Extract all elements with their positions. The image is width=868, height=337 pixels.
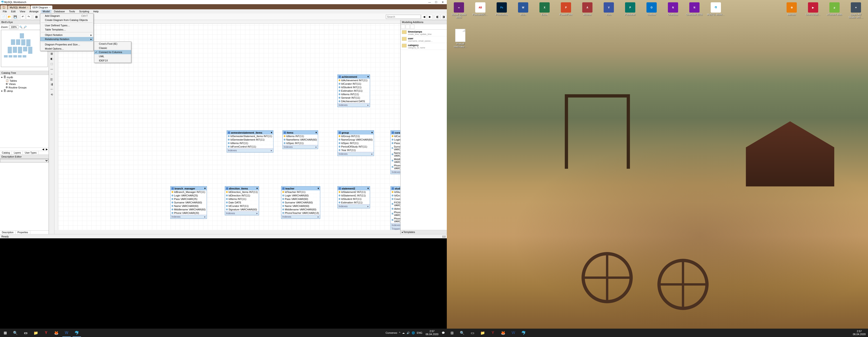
titlebar[interactable]: 🐬 MySQL Workbench — ☐ ✕: [0, 0, 447, 4]
column-row[interactable]: Adres VARCHAR(60): [391, 207, 400, 211]
scroll-right[interactable]: ▶: [45, 148, 49, 151]
column-row[interactable]: IdItems INT(11): [227, 142, 273, 145]
search-next-button[interactable]: ▶: [427, 14, 432, 19]
column-row[interactable]: PeriodOfStudy INT(11): [338, 145, 374, 149]
column-row[interactable]: Course INT(11): [391, 197, 400, 201]
tray-network-icon[interactable]: 🌐: [412, 331, 415, 334]
ma-btn-1[interactable]: [401, 25, 405, 29]
column-row[interactable]: NameGroup VARCHAR(60): [338, 138, 374, 142]
vtool-6[interactable]: ▥: [49, 51, 54, 56]
column-row[interactable]: Login VARCHAR(60): [281, 194, 320, 197]
tab-mysql-model[interactable]: MySQL Model×: [8, 6, 30, 9]
taskbar-workbench[interactable]: 🐬: [519, 329, 529, 337]
entity-section[interactable]: Indexes▸: [391, 170, 400, 174]
column-row[interactable]: DAchievement DATE: [338, 100, 370, 103]
maximize-button[interactable]: ☐: [433, 1, 439, 4]
clock[interactable]: 2:57 06.04.2020: [850, 330, 868, 336]
vtool-8[interactable]: ⬚: [49, 61, 54, 66]
tab-catalog[interactable]: Catalog: [0, 151, 12, 155]
column-row[interactable]: Estimation INT(11): [338, 201, 370, 204]
menu-item[interactable]: Table Templates…: [40, 27, 93, 32]
system-tray[interactable]: Солнечно ^ ☁ 🔊 🌐 ENG 2:57 06.04.2020 💬: [384, 330, 447, 336]
tree-tables[interactable]: 📋 Tables: [0, 79, 48, 82]
desktop-icon-ummyvide-[interactable]: ▶UmmyVide…: [803, 1, 823, 20]
desktop-icon-photoshop[interactable]: PsPhotoshop: [492, 1, 512, 20]
desktop-icon-onenote-2016[interactable]: NOneNote 2016: [684, 1, 705, 20]
column-row[interactable]: IdStudent INT(11): [338, 86, 370, 89]
column-row[interactable]: Signature VARCHAR(60): [225, 208, 259, 211]
column-row[interactable]: IdStudent INT(11): [391, 190, 400, 194]
column-row[interactable]: Pass VARCHAR(25): [170, 197, 207, 201]
menu-item[interactable]: Object Notation▸: [40, 33, 93, 37]
desktop-icon-visual-studio-2015[interactable]: ∞Visual Studio 2015: [449, 1, 469, 20]
entity-group[interactable]: group▾IdGroup INT(11)NameGroup VARCHAR(6…: [337, 130, 374, 156]
clock[interactable]: 2:57 06.04.2020: [424, 330, 440, 336]
submenu-item[interactable]: Classic: [94, 46, 131, 50]
taskbar-workbench[interactable]: 🐬: [72, 329, 82, 337]
tree-routines[interactable]: ⚙ Routine Groups: [0, 86, 48, 89]
column-row[interactable]: NameCurator VARCHAR(60): [391, 151, 400, 158]
tray-lang[interactable]: ENG: [417, 331, 422, 334]
menu-database[interactable]: Database: [52, 10, 67, 13]
menu-item[interactable]: Relationship Notation▸: [40, 37, 93, 41]
desktop-icon-blender[interactable]: ⚙blender: [781, 1, 802, 20]
taskbar-yandex[interactable]: Y: [41, 329, 51, 337]
close-icon[interactable]: ×: [49, 6, 51, 9]
column-row[interactable]: PhoneCurator VARCHAR(20): [391, 164, 400, 170]
undo-button[interactable]: ↶: [20, 14, 25, 19]
menu-model[interactable]: Model: [41, 10, 52, 13]
taskbar-search[interactable]: 🔍: [10, 329, 21, 337]
redo-button[interactable]: ↷: [26, 14, 31, 19]
ma-btn-2[interactable]: [406, 25, 410, 29]
column-row[interactable]: IdSpec INT(11): [338, 142, 374, 145]
column-row[interactable]: Login VARCHAR(25): [170, 194, 207, 197]
taskbar-word[interactable]: W: [508, 329, 519, 337]
column-row[interactable]: IdSemesterStatement_Items INT(11): [227, 134, 273, 138]
column-row[interactable]: IdSpec INT(11): [283, 142, 318, 145]
column-row[interactable]: Name VARCHAR(60): [281, 204, 320, 208]
search-input[interactable]: [386, 15, 421, 19]
column-row[interactable]: IdGroup INT(11): [338, 134, 374, 138]
column-row[interactable]: Year INT(11): [338, 149, 374, 152]
entity-section[interactable]: Indexes▸: [281, 215, 320, 218]
entity-section[interactable]: Indexes▸: [170, 215, 207, 218]
panel-toggle-1[interactable]: ◧: [435, 14, 440, 19]
entity-section[interactable]: Indexes▸: [283, 145, 318, 149]
model-menu-dropdown[interactable]: Add DiagramCtrl+TCreate Diagram from Cat…: [40, 13, 94, 51]
menu-arrange[interactable]: Arrange: [27, 10, 40, 13]
open-button[interactable]: 📂: [7, 14, 12, 19]
vtool-7[interactable]: ◧: [49, 56, 54, 61]
collapse-icon[interactable]: ▾: [204, 187, 206, 190]
column-row[interactable]: IdBranch_Manager INT(11): [170, 190, 207, 194]
desktop-file[interactable]: Новый текстовы…: [452, 29, 469, 48]
column-row[interactable]: SurnameCurator VARCHAR(60): [391, 145, 400, 151]
desktop-icon-outlook[interactable]: OOutlook: [641, 1, 662, 20]
entity-section[interactable]: Triggers▸: [391, 227, 400, 230]
column-row[interactable]: IdDirection_Items INT(11): [225, 190, 259, 194]
column-row[interactable]: Login VARCHAR(60): [391, 138, 400, 142]
column-row[interactable]: IdAchievement INT(11): [338, 79, 370, 82]
tray-cloud-icon[interactable]: ☁: [402, 331, 405, 334]
entity-section[interactable]: Indexes▸: [338, 103, 370, 107]
template-category[interactable]: categorycategory_id, name: [401, 43, 447, 50]
column-row[interactable]: IdCurator INT(11): [338, 82, 370, 86]
submenu-item[interactable]: ✓Connect to Columns: [94, 50, 131, 54]
column-row[interactable]: IdFormControl INT(11): [227, 145, 273, 149]
tray-volume-icon[interactable]: 🔊: [407, 331, 410, 334]
weather-widget[interactable]: Солнечно: [385, 331, 397, 334]
taskbar-firefox[interactable]: 🦊: [498, 329, 508, 337]
column-row[interactable]: Surname VARCHAR(60): [170, 201, 207, 204]
taskbar-explorer[interactable]: 📁: [31, 329, 41, 337]
menu-edit[interactable]: Edit: [9, 10, 18, 13]
entity-achievement[interactable]: achievement▾IdAchievement INT(11)IdCurat…: [337, 74, 370, 107]
entity-curator[interactable]: curator▾IdCurator INT(11)Login VARCHAR(6…: [391, 130, 400, 174]
tab-home[interactable]: 🏠: [0, 5, 7, 9]
tree-db-mydb[interactable]: ▸ 🗄 mydb: [0, 75, 48, 79]
menu-item[interactable]: Create Diagram from Catalog Objects: [40, 18, 93, 22]
minimize-button[interactable]: —: [426, 1, 433, 3]
column-row[interactable]: Middlename VARCHAR(60): [281, 208, 320, 211]
taskbar-start[interactable]: ⊞: [0, 329, 10, 337]
tree-views[interactable]: 👁 Views: [0, 82, 48, 86]
taskbar-word[interactable]: W: [61, 329, 72, 337]
desktop-icon-spark-ar-studio-v81-[interactable]: ✦Spark AR Studio v81…: [846, 1, 866, 20]
